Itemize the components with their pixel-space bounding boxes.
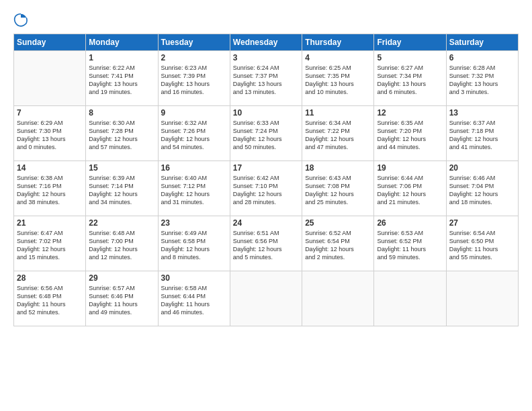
day-info: Sunrise: 6:28 AM Sunset: 7:32 PM Dayligh…: [449, 64, 515, 97]
col-header-sunday: Sunday: [14, 34, 86, 51]
day-cell: [446, 271, 518, 326]
day-cell: [302, 271, 374, 326]
day-info: Sunrise: 6:32 AM Sunset: 7:26 PM Dayligh…: [161, 119, 227, 152]
day-cell: 2Sunrise: 6:23 AM Sunset: 7:39 PM Daylig…: [158, 51, 230, 106]
day-info: Sunrise: 6:29 AM Sunset: 7:30 PM Dayligh…: [17, 119, 83, 152]
day-number: 8: [89, 108, 154, 118]
day-cell: [374, 271, 446, 326]
day-number: 29: [89, 273, 154, 283]
day-cell: 5Sunrise: 6:27 AM Sunset: 7:34 PM Daylig…: [374, 51, 446, 106]
day-cell: 30Sunrise: 6:58 AM Sunset: 6:44 PM Dayli…: [158, 271, 230, 326]
day-info: Sunrise: 6:37 AM Sunset: 7:18 PM Dayligh…: [449, 119, 515, 152]
week-row-4: 28Sunrise: 6:56 AM Sunset: 6:48 PM Dayli…: [14, 271, 519, 326]
day-cell: [14, 51, 86, 106]
logo: [13, 12, 30, 27]
day-info: Sunrise: 6:54 AM Sunset: 6:50 PM Dayligh…: [449, 229, 515, 262]
day-cell: [230, 271, 302, 326]
day-cell: 8Sunrise: 6:30 AM Sunset: 7:28 PM Daylig…: [86, 106, 158, 161]
day-cell: 27Sunrise: 6:54 AM Sunset: 6:50 PM Dayli…: [446, 216, 518, 271]
day-number: 17: [233, 163, 299, 173]
day-number: 21: [17, 218, 83, 228]
day-info: Sunrise: 6:34 AM Sunset: 7:22 PM Dayligh…: [305, 119, 371, 152]
day-cell: 29Sunrise: 6:57 AM Sunset: 6:46 PM Dayli…: [86, 271, 158, 326]
day-info: Sunrise: 6:35 AM Sunset: 7:20 PM Dayligh…: [377, 119, 443, 152]
day-info: Sunrise: 6:24 AM Sunset: 7:37 PM Dayligh…: [233, 64, 299, 97]
calendar-header-row: SundayMondayTuesdayWednesdayThursdayFrid…: [14, 34, 519, 51]
day-number: 3: [233, 53, 299, 62]
day-info: Sunrise: 6:53 AM Sunset: 6:52 PM Dayligh…: [377, 229, 443, 262]
day-number: 28: [17, 273, 83, 283]
day-cell: 21Sunrise: 6:47 AM Sunset: 7:02 PM Dayli…: [14, 216, 86, 271]
day-number: 26: [377, 218, 443, 228]
calendar: SundayMondayTuesdayWednesdayThursdayFrid…: [13, 34, 519, 326]
day-info: Sunrise: 6:48 AM Sunset: 7:00 PM Dayligh…: [89, 229, 154, 262]
col-header-friday: Friday: [374, 34, 446, 51]
week-row-3: 21Sunrise: 6:47 AM Sunset: 7:02 PM Dayli…: [14, 216, 519, 271]
day-number: 9: [161, 108, 227, 118]
week-row-1: 7Sunrise: 6:29 AM Sunset: 7:30 PM Daylig…: [14, 106, 519, 161]
week-row-0: 1Sunrise: 6:22 AM Sunset: 7:41 PM Daylig…: [14, 51, 519, 106]
day-cell: 23Sunrise: 6:49 AM Sunset: 6:58 PM Dayli…: [158, 216, 230, 271]
day-info: Sunrise: 6:51 AM Sunset: 6:56 PM Dayligh…: [233, 229, 299, 262]
day-info: Sunrise: 6:47 AM Sunset: 7:02 PM Dayligh…: [17, 229, 83, 262]
day-number: 14: [17, 163, 83, 173]
day-info: Sunrise: 6:43 AM Sunset: 7:08 PM Dayligh…: [305, 174, 371, 207]
day-cell: 28Sunrise: 6:56 AM Sunset: 6:48 PM Dayli…: [14, 271, 86, 326]
day-number: 25: [305, 218, 371, 228]
day-info: Sunrise: 6:46 AM Sunset: 7:04 PM Dayligh…: [449, 174, 515, 207]
day-cell: 14Sunrise: 6:38 AM Sunset: 7:16 PM Dayli…: [14, 161, 86, 216]
day-info: Sunrise: 6:42 AM Sunset: 7:10 PM Dayligh…: [233, 174, 299, 207]
day-number: 22: [89, 218, 154, 228]
day-info: Sunrise: 6:58 AM Sunset: 6:44 PM Dayligh…: [161, 284, 227, 317]
day-cell: 17Sunrise: 6:42 AM Sunset: 7:10 PM Dayli…: [230, 161, 302, 216]
day-number: 16: [161, 163, 227, 173]
day-cell: 4Sunrise: 6:25 AM Sunset: 7:35 PM Daylig…: [302, 51, 374, 106]
day-cell: 13Sunrise: 6:37 AM Sunset: 7:18 PM Dayli…: [446, 106, 518, 161]
day-info: Sunrise: 6:27 AM Sunset: 7:34 PM Dayligh…: [377, 64, 443, 97]
day-number: 5: [377, 53, 443, 62]
day-cell: 18Sunrise: 6:43 AM Sunset: 7:08 PM Dayli…: [302, 161, 374, 216]
day-number: 20: [449, 163, 515, 173]
logo-icon: [13, 12, 28, 27]
day-number: 24: [233, 218, 299, 228]
week-row-2: 14Sunrise: 6:38 AM Sunset: 7:16 PM Dayli…: [14, 161, 519, 216]
day-cell: 12Sunrise: 6:35 AM Sunset: 7:20 PM Dayli…: [374, 106, 446, 161]
day-cell: 9Sunrise: 6:32 AM Sunset: 7:26 PM Daylig…: [158, 106, 230, 161]
header: [13, 12, 519, 27]
col-header-wednesday: Wednesday: [230, 34, 302, 51]
day-number: 30: [161, 273, 227, 283]
day-cell: 10Sunrise: 6:33 AM Sunset: 7:24 PM Dayli…: [230, 106, 302, 161]
day-number: 19: [377, 163, 443, 173]
day-info: Sunrise: 6:49 AM Sunset: 6:58 PM Dayligh…: [161, 229, 227, 262]
day-cell: 22Sunrise: 6:48 AM Sunset: 7:00 PM Dayli…: [86, 216, 158, 271]
day-cell: 15Sunrise: 6:39 AM Sunset: 7:14 PM Dayli…: [86, 161, 158, 216]
day-number: 2: [161, 53, 227, 62]
day-info: Sunrise: 6:57 AM Sunset: 6:46 PM Dayligh…: [89, 284, 154, 317]
col-header-tuesday: Tuesday: [158, 34, 230, 51]
day-number: 6: [449, 53, 515, 62]
day-info: Sunrise: 6:30 AM Sunset: 7:28 PM Dayligh…: [89, 119, 154, 152]
day-number: 27: [449, 218, 515, 228]
day-number: 11: [305, 108, 371, 118]
day-cell: 1Sunrise: 6:22 AM Sunset: 7:41 PM Daylig…: [86, 51, 158, 106]
day-number: 13: [449, 108, 515, 118]
col-header-saturday: Saturday: [446, 34, 518, 51]
day-info: Sunrise: 6:22 AM Sunset: 7:41 PM Dayligh…: [89, 64, 154, 97]
day-number: 4: [305, 53, 371, 62]
day-cell: 6Sunrise: 6:28 AM Sunset: 7:32 PM Daylig…: [446, 51, 518, 106]
day-cell: 11Sunrise: 6:34 AM Sunset: 7:22 PM Dayli…: [302, 106, 374, 161]
col-header-monday: Monday: [86, 34, 158, 51]
day-cell: 24Sunrise: 6:51 AM Sunset: 6:56 PM Dayli…: [230, 216, 302, 271]
day-number: 1: [89, 53, 154, 62]
day-number: 23: [161, 218, 227, 228]
day-cell: 3Sunrise: 6:24 AM Sunset: 7:37 PM Daylig…: [230, 51, 302, 106]
day-number: 18: [305, 163, 371, 173]
day-info: Sunrise: 6:40 AM Sunset: 7:12 PM Dayligh…: [161, 174, 227, 207]
day-number: 12: [377, 108, 443, 118]
col-header-thursday: Thursday: [302, 34, 374, 51]
day-info: Sunrise: 6:38 AM Sunset: 7:16 PM Dayligh…: [17, 174, 83, 207]
day-info: Sunrise: 6:56 AM Sunset: 6:48 PM Dayligh…: [17, 284, 83, 317]
day-info: Sunrise: 6:44 AM Sunset: 7:06 PM Dayligh…: [377, 174, 443, 207]
day-cell: 16Sunrise: 6:40 AM Sunset: 7:12 PM Dayli…: [158, 161, 230, 216]
day-info: Sunrise: 6:33 AM Sunset: 7:24 PM Dayligh…: [233, 119, 299, 152]
